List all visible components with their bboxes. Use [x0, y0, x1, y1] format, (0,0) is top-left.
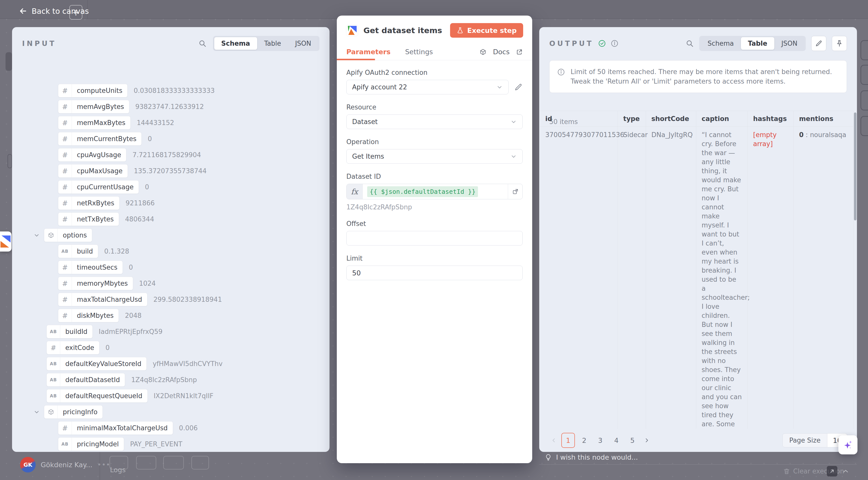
schema-key-pill[interactable]: #netTxBytes [58, 213, 119, 226]
schema-key-pill[interactable]: #computeUnits [58, 84, 128, 97]
schema-row-timeoutSecs[interactable]: #timeoutSecs0 [12, 261, 330, 274]
search-icon[interactable] [198, 39, 207, 47]
open-logs-icon[interactable] [827, 466, 837, 477]
schema-row-pricingInfo[interactable]: pricingInfo [12, 405, 330, 419]
schema-row-defaultRequestQueueId[interactable]: ABdefaultRequestQueueIdIX2DetRN1klt7qIIF [12, 389, 330, 403]
schema-key-pill[interactable]: ABdefaultKeyValueStoreId [46, 357, 147, 371]
page-size-control[interactable]: Page Size 10 [782, 433, 847, 447]
output-tab-json[interactable]: JSON [774, 37, 804, 50]
output-table-scrollbar[interactable] [854, 113, 857, 220]
schema-row-cpuCurrentUsage[interactable]: #cpuCurrentUsage0 [12, 180, 330, 194]
schema-row-buildId[interactable]: ABbuildIdIadmEPRtjEpfrxQ59 [12, 325, 330, 339]
schema-key-pill[interactable]: #memoryMbytes [58, 277, 133, 290]
user-menu[interactable]: GK Gökdeniz Kay... ••• [20, 457, 111, 473]
schema-key-pill[interactable]: pricingInfo [44, 405, 103, 419]
schema-key-label: cpuMaxUsage [72, 167, 128, 175]
operation-select[interactable]: Get Items [346, 149, 523, 164]
node-feedback-text: I wish this node would... [556, 453, 638, 461]
pagination-next-icon[interactable] [642, 437, 652, 444]
schema-row-maxTotalChargeUsd[interactable]: #maxTotalChargeUsd299.5802338918941 [12, 293, 330, 306]
open-expression-editor-icon[interactable] [508, 184, 522, 199]
schema-row-memoryMbytes[interactable]: #memoryMbytes1024 [12, 277, 330, 290]
input-tab-json[interactable]: JSON [288, 37, 318, 50]
pagination-page-4[interactable]: 4 [610, 433, 623, 448]
schema-row-memAvgBytes[interactable]: #memAvgBytes93823747.12633912 [12, 100, 330, 114]
node-feedback-link[interactable]: I wish this node would... [545, 453, 638, 461]
pagination-page-3[interactable]: 3 [593, 433, 607, 448]
external-link-icon[interactable] [516, 49, 523, 55]
docs-link[interactable]: Docs [493, 48, 509, 56]
schema-row-cpuAvgUsage[interactable]: #cpuAvgUsage7.721168175829904 [12, 148, 330, 162]
schema-key-pill[interactable]: ABbuildId [46, 325, 93, 339]
schema-cube-icon[interactable] [479, 49, 487, 56]
schema-key-pill[interactable]: #cpuCurrentUsage [58, 180, 139, 194]
pagination-prev-icon[interactable] [549, 437, 559, 444]
avatar[interactable]: GK [20, 457, 36, 473]
column-header-shortCode[interactable]: shortCode [646, 111, 696, 127]
resource-select[interactable]: Dataset [346, 115, 523, 129]
schema-row-exitCode[interactable]: #exitCode0 [12, 341, 330, 354]
column-header-mentions[interactable]: mentions [794, 111, 853, 127]
chevron-down-icon[interactable] [33, 232, 40, 238]
schema-row-pricingModel[interactable]: ABpricingModelPAY_PER_EVENT [12, 437, 330, 451]
chevron-down-icon[interactable] [33, 409, 40, 415]
schema-row-defaultDatasetId[interactable]: ABdefaultDatasetId1Z4q8Ic2zRAfpSbnp [12, 373, 330, 387]
schema-key-pill[interactable]: #minimalMaxTotalChargeUsd [58, 421, 173, 435]
schema-row-computeUnits[interactable]: #computeUnits0.030818333333333333 [12, 84, 330, 97]
edit-connection-pencil-icon[interactable] [514, 83, 523, 91]
input-tab-table[interactable]: Table [257, 37, 288, 50]
schema-key-pill[interactable]: ABpricingModel [58, 437, 124, 451]
column-header-hashtags[interactable]: hashtags [747, 111, 794, 127]
add-node-button[interactable]: + [69, 5, 82, 20]
offset-input[interactable] [346, 231, 523, 246]
schema-key-pill[interactable]: #diskMbytes [58, 309, 119, 322]
schema-key-pill[interactable]: #memAvgBytes [58, 100, 129, 114]
schema-key-pill[interactable]: #cpuMaxUsage [58, 164, 128, 178]
tab-settings[interactable]: Settings [405, 48, 433, 56]
dataset-id-expression-input[interactable]: fx {{ $json.defaultDatasetId }} [346, 184, 523, 199]
edit-output-button[interactable] [811, 36, 826, 51]
schema-key-pill[interactable]: #exitCode [46, 341, 99, 354]
schema-key-pill[interactable]: ABbuild [58, 245, 98, 258]
schema-key-pill[interactable]: options [44, 228, 92, 242]
column-header-type[interactable]: type [618, 111, 646, 127]
dataset-id-resolved-value: 1Z4q8Ic2zRAfpSbnp [346, 203, 523, 211]
tab-parameters[interactable]: Parameters [346, 48, 391, 56]
schema-key-pill[interactable]: #memCurrentBytes [58, 132, 142, 146]
schema-row-minimalMaxTotalChargeUsd[interactable]: #minimalMaxTotalChargeUsd0.006 [12, 421, 330, 435]
schema-key-pill[interactable]: ABdefaultDatasetId [46, 373, 125, 387]
pagination-page-2[interactable]: 2 [578, 433, 591, 448]
column-header-id[interactable]: id [540, 111, 618, 127]
execute-step-button[interactable]: Execute step [450, 23, 523, 38]
pagination-page-5[interactable]: 5 [626, 433, 639, 448]
schema-key-pill[interactable]: #cpuAvgUsage [58, 148, 126, 162]
ai-assistant-button[interactable] [838, 435, 858, 454]
schema-key-pill[interactable]: #netRxBytes [58, 196, 120, 210]
expression-chip[interactable]: {{ $json.defaultDatasetId }} [367, 186, 478, 197]
pin-data-button[interactable] [832, 36, 847, 51]
search-icon[interactable] [686, 39, 694, 47]
connection-select[interactable]: Apify account 22 [346, 80, 508, 94]
schema-row-options[interactable]: options [12, 228, 330, 242]
schema-key-pill[interactable]: #maxTotalChargeUsd [58, 293, 148, 306]
schema-row-diskMbytes[interactable]: #diskMbytes2048 [12, 309, 330, 322]
pagination-page-1[interactable]: 1 [561, 433, 575, 448]
output-tab-schema[interactable]: Schema [701, 37, 741, 50]
user-more-icon[interactable]: ••• [97, 461, 111, 469]
schema-key-pill[interactable]: #memMaxBytes [58, 116, 131, 130]
output-tab-table[interactable]: Table [741, 37, 774, 50]
table-row[interactable]: 3700547793077011536SidecarDNa_JyItgRQ“I … [540, 127, 853, 429]
schema-row-netTxBytes[interactable]: #netTxBytes4806344 [12, 213, 330, 226]
schema-row-memCurrentBytes[interactable]: #memCurrentBytes0 [12, 132, 330, 146]
schema-key-pill[interactable]: ABdefaultRequestQueueId [46, 389, 148, 403]
limit-input[interactable] [346, 266, 523, 280]
schema-key-pill[interactable]: #timeoutSecs [58, 261, 123, 274]
schema-row-cpuMaxUsage[interactable]: #cpuMaxUsage135.37207355738744 [12, 164, 330, 178]
input-tab-schema[interactable]: Schema [214, 37, 257, 50]
schema-row-defaultKeyValueStoreId[interactable]: ABdefaultKeyValueStoreIdyfHMawVI5dhCVYTh… [12, 357, 330, 371]
column-header-caption[interactable]: caption [696, 111, 747, 127]
schema-row-build[interactable]: ABbuild0.1.328 [12, 245, 330, 258]
schema-row-memMaxBytes[interactable]: #memMaxBytes144433152 [12, 116, 330, 130]
schema-row-netRxBytes[interactable]: #netRxBytes9211866 [12, 196, 330, 210]
collapse-footer-icon[interactable] [842, 468, 849, 475]
